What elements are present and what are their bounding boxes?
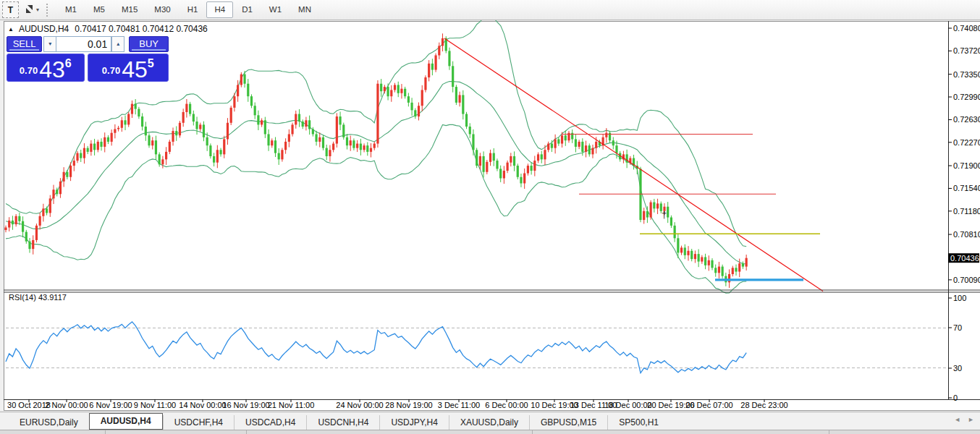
candle-body xyxy=(523,174,525,184)
price-tick-label: 0.70090 xyxy=(953,276,980,284)
candle-body xyxy=(223,139,225,154)
candle-body xyxy=(161,159,164,164)
chart-tab-gbpusd-m15[interactable]: GBPUSD,M15 xyxy=(529,415,607,430)
chart-tab-usdcnh-h4[interactable]: USDCNH,H4 xyxy=(306,415,379,430)
buy-price-pip-digit: 5 xyxy=(148,57,154,70)
candle-body xyxy=(531,166,533,171)
candle-body xyxy=(527,166,529,173)
candle-body xyxy=(400,89,402,93)
candle-body xyxy=(295,114,297,125)
candle-body xyxy=(356,144,358,148)
timeframe-button-mn[interactable]: MN xyxy=(290,1,319,18)
tab-scroll-right-icon[interactable]: ► xyxy=(968,416,974,423)
candle-body xyxy=(298,114,300,122)
sell-price-button[interactable]: 0.70 43 6 xyxy=(7,54,85,82)
timeframe-button-m1[interactable]: M1 xyxy=(57,1,85,18)
candle-body xyxy=(199,124,201,129)
candle-body xyxy=(448,51,450,66)
toolbar: T ▾ M1M5M15M30H1H4D1W1MN xyxy=(0,0,980,20)
timeframe-button-m15[interactable]: M15 xyxy=(114,1,145,18)
timeframe-button-m5[interactable]: M5 xyxy=(85,1,113,18)
candle-body xyxy=(165,152,167,159)
chart-tab-audusd-h4[interactable]: AUDUSD,H4 xyxy=(89,413,163,430)
candle-body xyxy=(643,211,645,220)
chart-tabs: EURUSD,DailyAUDUSD,H4USDCHF,H4USDCAD,H4U… xyxy=(0,412,669,430)
candle-body xyxy=(667,207,669,218)
candle-body xyxy=(698,254,700,261)
candle-body xyxy=(274,140,276,153)
candle-body xyxy=(694,254,696,259)
candle-body xyxy=(315,134,317,141)
candle-body xyxy=(114,129,116,132)
text-tool-button[interactable]: T xyxy=(2,1,19,18)
candle-body xyxy=(431,64,434,70)
candle-body xyxy=(486,162,488,172)
sell-price-prefix: 0.70 xyxy=(20,65,38,76)
timeframe-button-d1[interactable]: D1 xyxy=(234,1,261,18)
candle-body xyxy=(100,142,102,147)
chart-tab-xauusd-daily[interactable]: XAUUSD,Daily xyxy=(449,415,529,430)
candle-body xyxy=(291,124,293,134)
chart-symbol-period: AUDUSD,H4 xyxy=(19,24,69,34)
candle-body xyxy=(360,144,362,150)
candle-body xyxy=(302,122,304,127)
chart-tab-usdjpy-h4[interactable]: USDJPY,H4 xyxy=(379,415,448,430)
buy-price-big-digits: 45 xyxy=(122,59,148,80)
price-tick-label: 0.72270 xyxy=(953,138,980,147)
candle-body xyxy=(544,150,546,159)
candle-body xyxy=(104,137,106,147)
collapse-panel-icon[interactable]: ▲ xyxy=(8,26,14,33)
timeframe-button-w1[interactable]: W1 xyxy=(261,1,290,18)
candle-body xyxy=(179,123,181,135)
time-tick-label: 18 Dec 00:00 xyxy=(604,401,651,409)
volume-increase-button[interactable]: ▴ xyxy=(111,36,124,52)
chart-tab-eurusd-daily[interactable]: EURUSD,Daily xyxy=(9,415,89,430)
candle-body xyxy=(264,120,266,134)
candle-body xyxy=(159,154,161,164)
candle-body xyxy=(336,116,338,143)
candle-body xyxy=(722,267,724,276)
candle-body xyxy=(182,112,185,123)
rsi-scale-label: 70 xyxy=(953,323,962,332)
candle-body xyxy=(138,109,140,116)
candle-body xyxy=(15,216,17,224)
candle-body xyxy=(305,120,307,127)
timeframe-button-h1[interactable]: H1 xyxy=(179,1,206,18)
timeframe-button-m30[interactable]: M30 xyxy=(146,1,178,18)
volume-decrease-button[interactable]: ▾ xyxy=(43,36,56,52)
tab-scroll-left-icon[interactable]: ◄ xyxy=(954,416,960,423)
candle-body xyxy=(434,55,436,69)
candle-body xyxy=(87,148,89,152)
candle-body xyxy=(66,172,68,177)
candle-body xyxy=(332,144,334,150)
candle-body xyxy=(704,257,706,265)
buy-button[interactable]: BUY xyxy=(129,36,169,52)
volume-input[interactable] xyxy=(56,36,111,52)
candle-body xyxy=(510,156,512,163)
sell-price-pip-digit: 6 xyxy=(65,57,72,70)
candle-body xyxy=(80,153,82,158)
candle-body xyxy=(483,156,485,172)
candle-body xyxy=(414,110,416,116)
toolbar-grip[interactable] xyxy=(46,4,51,17)
candle-body xyxy=(472,134,474,150)
chevron-down-icon[interactable]: ▾ xyxy=(36,7,39,13)
candle-body xyxy=(39,216,41,226)
candle-body xyxy=(25,232,28,242)
candle-body xyxy=(499,169,502,178)
chart-tab-usdcad-h4[interactable]: USDCAD,H4 xyxy=(234,415,306,430)
arrange-tool-button[interactable]: ▾ xyxy=(24,2,39,17)
candle-body xyxy=(565,135,567,140)
chart-tab-sp500-h1[interactable]: SP500,H1 xyxy=(607,415,669,430)
sell-button[interactable]: SELL xyxy=(7,36,42,52)
candle-body xyxy=(32,240,34,249)
candle-body xyxy=(489,153,491,162)
candle-body xyxy=(254,106,256,115)
candle-body xyxy=(407,96,410,103)
candle-body xyxy=(370,148,372,152)
candle-body xyxy=(189,104,191,114)
timeframe-button-h4[interactable]: H4 xyxy=(206,1,233,18)
buy-price-button[interactable]: 0.70 45 5 xyxy=(88,54,169,82)
chart-tab-usdchf-h4[interactable]: USDCHF,H4 xyxy=(163,415,234,430)
candle-body xyxy=(145,127,147,135)
